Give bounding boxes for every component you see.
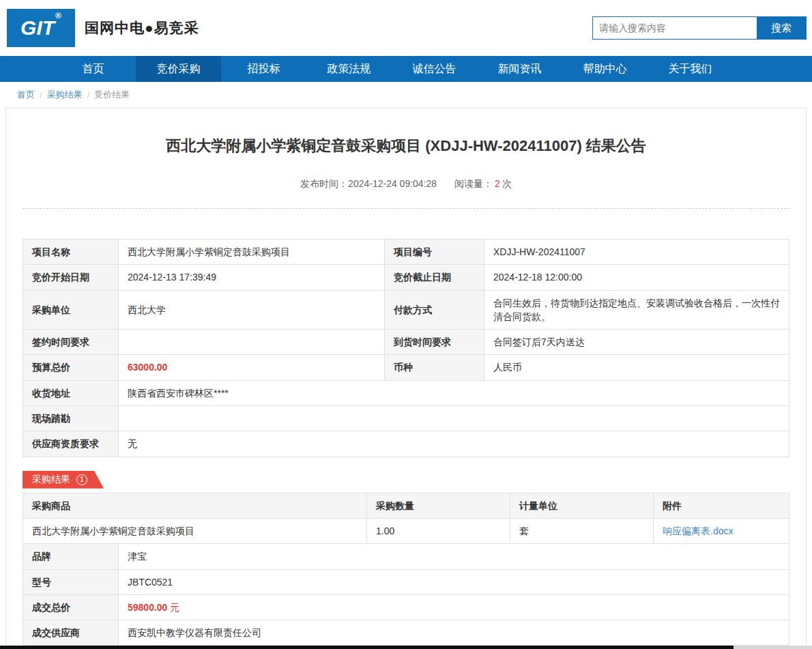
bottom-edge-strip [0,646,734,649]
column-header-attachment: 附件 [654,493,789,518]
info-value [119,330,385,355]
article-meta: 发布时间：2024-12-24 09:04:28阅读量：2次 [23,178,789,190]
detail-label: 成交供应商 [23,620,119,646]
info-value: 合同生效后，待货物到达指定地点、安装调试验收合格后，一次性付清合同货款。 [484,290,789,330]
info-label: 到货时间要求 [385,330,484,355]
info-label: 付款方式 [385,290,484,330]
views-count: 2 [495,178,500,189]
breadcrumb-separator: / [87,90,90,100]
result-badge: 采购结果 1 [23,471,104,489]
info-row: 预算总价 63000.00 币种 人民币 [23,355,789,380]
info-row: 签约时间要求 到货时间要求 合同签订后7天内送达 [23,330,789,355]
breadcrumb-link-purchase-results[interactable]: 采购结果 [47,89,83,101]
info-row: 供应商资质要求 无 [23,431,789,457]
info-row: 竞价开始日期 2024-12-13 17:39:49 竞价截止日期 2024-1… [23,265,789,290]
info-value: 陕西省西安市碑林区**** [119,380,789,405]
breadcrumb-link-home[interactable]: 首页 [17,89,35,101]
search-input[interactable] [593,17,757,39]
attachment-link[interactable]: 响应偏离表.docx [663,525,733,536]
search-button[interactable]: 搜索 [757,17,806,39]
info-label: 预算总价 [23,355,119,380]
product-name: 西北大学附属小学紫铜定音鼓采购项目 [23,518,367,543]
project-info-table: 项目名称 西北大学附属小学紫铜定音鼓采购项目 项目编号 XDJJ-HW-2024… [23,239,789,457]
info-value: 人民币 [484,355,789,380]
info-row: 收货地址 陕西省西安市碑林区**** [23,380,789,405]
announcement-panel: 西北大学附属小学紫铜定音鼓采购项目 (XDJJ-HW-202411007) 结果… [5,108,807,649]
detail-value-deal-price: 59800.00 元 [119,594,789,620]
info-value: 合同签订后7天内送达 [484,330,789,355]
info-value: 西北大学附属小学紫铜定音鼓采购项目 [119,240,385,265]
result-detail-row: 成交总价 59800.00 元 [23,594,789,620]
info-label: 项目编号 [385,240,484,265]
page-title: 西北大学附属小学紫铜定音鼓采购项目 (XDJJ-HW-202411007) 结果… [23,136,789,156]
result-badge-row: 采购结果 1 [23,471,789,489]
info-value: 2024-12-13 17:39:49 [119,265,385,290]
info-row: 现场踏勘 [23,406,789,431]
nav-item-help-center[interactable]: 帮助中心 [562,56,648,82]
info-row: 采购单位 西北大学 付款方式 合同生效后，待货物到达指定地点、安装调试验收合格后… [23,290,789,330]
product-attachment-cell: 响应偏离表.docx [654,518,789,543]
product-unit: 套 [510,518,654,543]
info-label: 项目名称 [23,240,119,265]
info-value [119,406,789,431]
info-label: 竞价截止日期 [385,265,484,290]
info-value: 西北大学 [119,290,385,330]
result-badge-label: 采购结果 [32,474,70,486]
search-box: 搜索 [592,16,807,40]
column-header-quantity: 采购数量 [367,493,510,518]
nav-item-about-us[interactable]: 关于我们 [648,56,733,82]
nav-item-integrity-notice[interactable]: 诚信公告 [392,56,477,82]
column-header-product: 采购商品 [23,493,367,518]
result-header-row: 采购商品 采购数量 计量单位 附件 [23,493,789,518]
publish-time: 2024-12-24 09:04:28 [348,178,437,189]
dashed-divider [23,208,789,209]
detail-label: 型号 [23,569,119,594]
breadcrumb: 首页 / 采购结果 / 竞价结果 [0,82,812,108]
bottom-edge-strip-right [734,646,812,649]
column-header-unit: 计量单位 [510,493,654,518]
info-value: XDJJ-HW-202411007 [484,240,789,265]
detail-label: 成交总价 [23,594,119,620]
info-label: 供应商资质要求 [23,431,119,457]
detail-value: 西安凯中教学仪器有限责任公司 [119,620,789,646]
result-detail-row: 成交供应商 西安凯中教学仪器有限责任公司 [23,620,789,646]
views-label: 阅读量： [454,178,493,189]
budget-total-price: 63000.00 [128,362,167,373]
nav-item-bidding-purchase[interactable]: 竞价采购 [136,56,221,82]
detail-value: 津宝 [119,544,789,569]
info-label: 币种 [385,355,484,380]
info-value: 无 [119,431,789,457]
site-name: 国网中电●易竞采 [85,18,199,38]
views-unit: 次 [502,178,512,189]
breadcrumb-separator: / [40,90,42,100]
main-nav: 首页 竞价采购 招投标 政策法规 诚信公告 新闻资讯 帮助中心 关于我们 [0,56,812,82]
deal-price-unit: 元 [170,602,179,613]
info-value: 2024-12-18 12:00:00 [484,265,789,290]
site-logo: GIT® [7,9,75,47]
detail-label: 品牌 [23,544,119,569]
detail-value: JBTC0521 [119,569,789,594]
result-product-row: 西北大学附属小学紫铜定音鼓采购项目 1.00 套 响应偏离表.docx [23,518,789,543]
info-value-budget-total: 63000.00 [119,355,385,380]
registered-trademark-icon: ® [55,9,61,23]
info-label: 竞价开始日期 [23,265,119,290]
nav-item-tender[interactable]: 招投标 [221,56,306,82]
purchase-result-table: 采购商品 采购数量 计量单位 附件 西北大学附属小学紫铜定音鼓采购项目 1.00… [23,493,789,649]
publish-time-label: 发布时间： [300,178,348,189]
info-label: 采购单位 [23,290,119,330]
nav-item-news[interactable]: 新闻资讯 [477,56,562,82]
nav-item-policy[interactable]: 政策法规 [306,56,392,82]
breadcrumb-current: 竞价结果 [94,89,130,101]
deal-total-price: 59800.00 [128,602,167,613]
info-label: 签约时间要求 [23,330,119,355]
result-badge-count: 1 [76,474,87,485]
result-detail-row: 型号 JBTC0521 [23,569,789,594]
info-label: 现场踏勘 [23,406,119,431]
info-label: 收货地址 [23,380,119,405]
nav-item-home[interactable]: 首页 [50,56,136,82]
top-header: GIT® 国网中电●易竞采 搜索 [0,0,812,56]
product-quantity: 1.00 [367,518,510,543]
result-detail-row: 品牌 津宝 [23,544,789,569]
logo-text: GIT [20,9,55,47]
info-row: 项目名称 西北大学附属小学紫铜定音鼓采购项目 项目编号 XDJJ-HW-2024… [23,240,789,265]
